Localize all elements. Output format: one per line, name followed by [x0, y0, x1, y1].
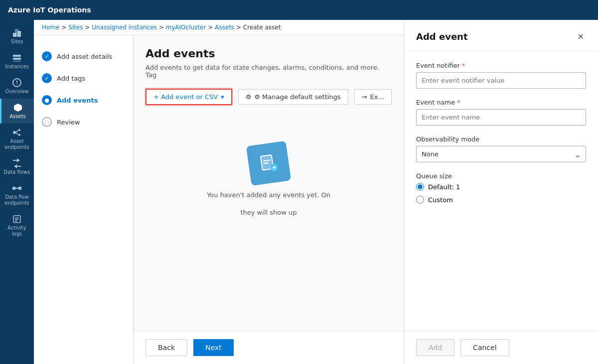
- queue-size-custom[interactable]: Custom: [416, 196, 586, 204]
- step-label-2: Add tags: [57, 75, 85, 82]
- breadcrumb-cluster[interactable]: myAIOcluster: [166, 24, 206, 31]
- page-title: Add events: [146, 47, 392, 60]
- queue-size-custom-radio[interactable]: [416, 196, 424, 204]
- manage-label: ⚙ Manage default settings: [254, 93, 340, 101]
- svg-rect-4: [13, 58, 21, 60]
- cancel-event-button[interactable]: Cancel: [460, 339, 509, 356]
- data-flow-endpoints-icon: [12, 183, 22, 193]
- main-layout: Sites Instances Overview Assets: [0, 20, 598, 364]
- sites-icon: [12, 28, 22, 38]
- footer-buttons: Back Next: [134, 331, 404, 364]
- sidebar-item-asset-endpoints-label: Asset endpoints: [2, 138, 32, 150]
- svg-line-23: [264, 163, 269, 163]
- svg-rect-15: [18, 187, 21, 190]
- sidebar-item-activity-logs[interactable]: Activity logs: [0, 210, 34, 241]
- gear-icon: ⚙: [246, 93, 252, 101]
- observability-mode-label: Observability mode: [416, 135, 586, 143]
- instances-icon: [12, 53, 22, 63]
- add-event-panel: Add event ✕ Event notifier * Event name …: [404, 20, 598, 364]
- sidebar-item-asset-endpoints[interactable]: Asset endpoints: [0, 123, 34, 154]
- sidebar-item-data-flow-endpoints[interactable]: Data flow endpoints: [0, 179, 34, 210]
- svg-rect-2: [15, 29, 18, 37]
- export-label: Ex...: [370, 93, 384, 101]
- breadcrumb-sep3: >: [159, 24, 166, 31]
- event-notifier-group: Event notifier *: [416, 62, 586, 89]
- asset-endpoints-icon: [12, 127, 22, 137]
- required-indicator-2: *: [457, 99, 460, 106]
- queue-size-default[interactable]: Default: 1: [416, 183, 586, 191]
- svg-rect-14: [12, 187, 15, 190]
- back-button[interactable]: Back: [146, 339, 187, 356]
- empty-state-message2: they will show up: [241, 209, 297, 216]
- breadcrumb-current: Create asset: [243, 24, 281, 31]
- sidebar-item-data-flows-label: Data flows: [4, 169, 30, 175]
- activity-logs-icon: [12, 214, 22, 224]
- step-label-3: Add events: [57, 97, 98, 104]
- app-title: Azure IoT Operations: [8, 6, 91, 14]
- close-panel-button[interactable]: ✕: [576, 30, 586, 43]
- data-flows-icon: [12, 158, 22, 168]
- top-bar: Azure IoT Operations: [0, 0, 598, 20]
- queue-size-default-label: Default: 1: [428, 183, 460, 191]
- sidebar-item-instances[interactable]: Instances: [0, 49, 34, 74]
- event-name-input[interactable]: [416, 109, 586, 125]
- svg-line-26: [274, 166, 275, 169]
- manage-default-settings-button[interactable]: ⚙ ⚙ Manage default settings: [238, 89, 348, 105]
- breadcrumb-unassigned[interactable]: Unassigned instances: [92, 24, 157, 31]
- sidebar-item-sites-label: Sites: [11, 39, 23, 45]
- svg-point-8: [16, 84, 17, 85]
- queue-size-radio-group: Default: 1 Custom: [416, 183, 586, 204]
- step-add-events[interactable]: ● Add events: [34, 89, 133, 111]
- export-button[interactable]: → Ex...: [354, 89, 392, 105]
- svg-point-9: [13, 131, 16, 134]
- step-add-asset-details[interactable]: ✓ Add asset details: [34, 45, 133, 67]
- add-event-button[interactable]: + Add event or CSV ▾: [146, 89, 232, 105]
- assets-icon: [13, 103, 23, 113]
- svg-point-10: [18, 129, 20, 131]
- required-indicator: *: [462, 62, 465, 69]
- empty-state-message: You haven't added any events yet. On: [207, 191, 330, 199]
- add-event-dropdown-icon: ▾: [221, 93, 224, 101]
- sidebar-item-data-flow-endpoints-label: Data flow endpoints: [2, 194, 32, 206]
- content-area: Home > Sites > Unassigned instances > my…: [34, 20, 404, 364]
- sidebar-item-sites[interactable]: Sites: [0, 24, 34, 49]
- empty-state: You haven't added any events yet. On the…: [146, 115, 392, 254]
- queue-size-default-radio[interactable]: [416, 183, 424, 191]
- panel-title: Add event: [416, 31, 468, 42]
- svg-rect-3: [13, 55, 21, 57]
- breadcrumb-sep1: >: [61, 24, 68, 31]
- wizard-steps: ✓ Add asset details ✓ Add tags ● Add eve…: [34, 35, 134, 364]
- svg-point-11: [18, 134, 20, 136]
- add-event-confirm-button[interactable]: Add: [416, 339, 454, 356]
- breadcrumb-assets[interactable]: Assets: [215, 24, 234, 31]
- step-review[interactable]: ○ Review: [34, 111, 133, 133]
- step-circle-2: ✓: [42, 73, 52, 83]
- next-button[interactable]: Next: [193, 339, 234, 356]
- sidebar-item-assets[interactable]: Assets: [0, 99, 34, 123]
- export-icon: →: [362, 93, 367, 101]
- breadcrumb-sep2: >: [85, 24, 92, 31]
- sidebar-item-instances-label: Instances: [5, 64, 29, 70]
- toolbar: + Add event or CSV ▾ ⚙ ⚙ Manage default …: [146, 89, 392, 105]
- empty-state-icon: [246, 141, 291, 186]
- step-add-tags[interactable]: ✓ Add tags: [34, 67, 133, 89]
- sidebar-item-overview[interactable]: Overview: [0, 74, 34, 99]
- document-plus-icon: [257, 152, 280, 174]
- wizard-main: ✓ Add asset details ✓ Add tags ● Add eve…: [34, 35, 404, 364]
- queue-size-custom-label: Custom: [428, 196, 453, 204]
- event-notifier-input[interactable]: [416, 72, 586, 89]
- main-content: Add events Add events to get data for st…: [134, 35, 404, 364]
- sidebar-item-assets-label: Assets: [9, 114, 26, 120]
- step-label-4: Review: [57, 119, 80, 126]
- overview-icon: [12, 78, 22, 88]
- breadcrumb-home[interactable]: Home: [42, 24, 59, 31]
- sidebar: Sites Instances Overview Assets: [0, 20, 34, 364]
- event-name-label: Event name *: [416, 99, 586, 106]
- event-notifier-label: Event notifier *: [416, 62, 586, 69]
- observability-mode-select-wrapper: None Gauge Counter Histogram Log: [416, 146, 586, 162]
- breadcrumb-sites[interactable]: Sites: [68, 24, 83, 31]
- observability-mode-select[interactable]: None Gauge Counter Histogram Log: [416, 146, 586, 162]
- svg-rect-17: [13, 216, 20, 223]
- sidebar-item-data-flows[interactable]: Data flows: [0, 154, 34, 179]
- step-label-1: Add asset details: [57, 53, 112, 60]
